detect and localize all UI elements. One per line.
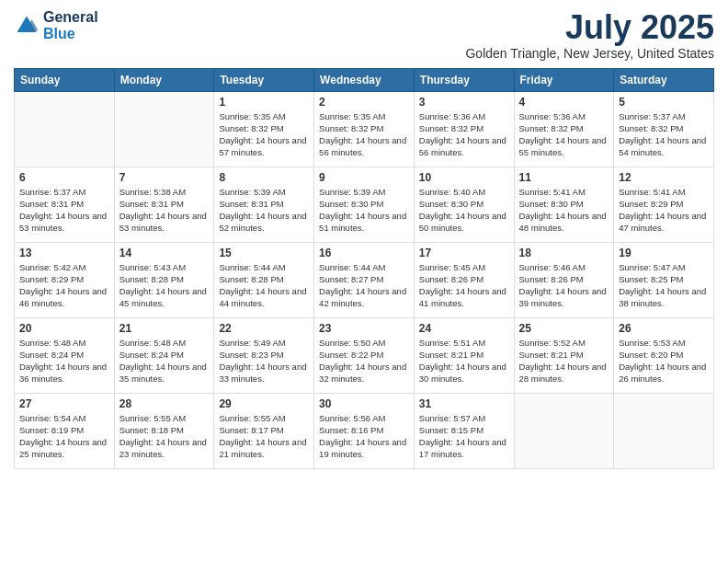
- table-row: 4Sunrise: 5:36 AMSunset: 8:32 PMDaylight…: [514, 91, 614, 167]
- day-number: 13: [19, 247, 109, 259]
- col-wednesday: Wednesday: [314, 68, 415, 91]
- day-info: Sunrise: 5:35 AMSunset: 8:32 PMDaylight:…: [319, 110, 409, 159]
- day-number: 22: [219, 322, 309, 335]
- table-row: [514, 393, 614, 468]
- day-info: Sunrise: 5:38 AMSunset: 8:31 PMDaylight:…: [119, 186, 210, 235]
- table-row: [114, 91, 214, 167]
- day-number: 31: [419, 397, 509, 410]
- table-row: 22Sunrise: 5:49 AMSunset: 8:23 PMDayligh…: [214, 317, 314, 393]
- table-row: 9Sunrise: 5:39 AMSunset: 8:30 PMDaylight…: [314, 167, 415, 242]
- table-row: 8Sunrise: 5:39 AMSunset: 8:31 PMDaylight…: [214, 167, 314, 242]
- table-row: 29Sunrise: 5:55 AMSunset: 8:17 PMDayligh…: [214, 393, 314, 468]
- day-number: 28: [119, 397, 210, 410]
- day-number: 14: [119, 247, 210, 259]
- day-number: 29: [219, 397, 309, 410]
- table-row: 25Sunrise: 5:52 AMSunset: 8:21 PMDayligh…: [514, 317, 614, 393]
- day-number: 30: [319, 397, 409, 410]
- day-info: Sunrise: 5:46 AMSunset: 8:26 PMDaylight:…: [519, 261, 609, 310]
- col-tuesday: Tuesday: [214, 68, 314, 91]
- table-row: 24Sunrise: 5:51 AMSunset: 8:21 PMDayligh…: [414, 317, 514, 393]
- calendar-week-5: 27Sunrise: 5:54 AMSunset: 8:19 PMDayligh…: [15, 393, 714, 468]
- day-number: 7: [119, 171, 210, 184]
- day-info: Sunrise: 5:49 AMSunset: 8:23 PMDaylight:…: [219, 337, 309, 385]
- table-row: 20Sunrise: 5:48 AMSunset: 8:24 PMDayligh…: [15, 317, 115, 393]
- col-monday: Monday: [114, 68, 214, 91]
- day-number: 1: [219, 96, 309, 109]
- table-row: 15Sunrise: 5:44 AMSunset: 8:28 PMDayligh…: [214, 242, 314, 317]
- calendar-week-1: 1Sunrise: 5:35 AMSunset: 8:32 PMDaylight…: [15, 91, 714, 167]
- day-number: 23: [319, 322, 409, 335]
- table-row: 17Sunrise: 5:45 AMSunset: 8:26 PMDayligh…: [414, 242, 514, 317]
- day-number: 12: [619, 171, 709, 184]
- table-row: 6Sunrise: 5:37 AMSunset: 8:31 PMDaylight…: [15, 167, 115, 242]
- day-info: Sunrise: 5:37 AMSunset: 8:32 PMDaylight:…: [619, 110, 709, 159]
- day-number: 5: [619, 96, 709, 109]
- day-number: 15: [219, 247, 309, 259]
- col-friday: Friday: [514, 68, 614, 91]
- day-info: Sunrise: 5:41 AMSunset: 8:29 PMDaylight:…: [619, 186, 709, 235]
- day-number: 11: [519, 171, 609, 184]
- day-number: 21: [119, 322, 210, 335]
- day-info: Sunrise: 5:55 AMSunset: 8:17 PMDaylight:…: [219, 412, 309, 461]
- logo-general-text: General: [43, 9, 98, 26]
- day-number: 4: [519, 96, 609, 109]
- table-row: 3Sunrise: 5:36 AMSunset: 8:32 PMDaylight…: [414, 91, 514, 167]
- table-row: 28Sunrise: 5:55 AMSunset: 8:18 PMDayligh…: [114, 393, 214, 468]
- calendar-table: Sunday Monday Tuesday Wednesday Thursday…: [14, 68, 714, 469]
- day-number: 26: [619, 322, 709, 335]
- table-row: 16Sunrise: 5:44 AMSunset: 8:27 PMDayligh…: [314, 242, 415, 317]
- day-number: 9: [319, 171, 409, 184]
- header: General Blue July 2025 Golden Triangle, …: [14, 9, 714, 61]
- day-info: Sunrise: 5:48 AMSunset: 8:24 PMDaylight:…: [19, 337, 109, 385]
- day-info: Sunrise: 5:44 AMSunset: 8:27 PMDaylight:…: [319, 261, 409, 310]
- table-row: 10Sunrise: 5:40 AMSunset: 8:30 PMDayligh…: [414, 167, 514, 242]
- day-info: Sunrise: 5:36 AMSunset: 8:32 PMDaylight:…: [419, 110, 509, 159]
- day-info: Sunrise: 5:45 AMSunset: 8:26 PMDaylight:…: [419, 261, 509, 310]
- day-info: Sunrise: 5:37 AMSunset: 8:31 PMDaylight:…: [19, 186, 109, 235]
- table-row: [15, 91, 115, 167]
- day-info: Sunrise: 5:54 AMSunset: 8:19 PMDaylight:…: [19, 412, 109, 461]
- table-row: 2Sunrise: 5:35 AMSunset: 8:32 PMDaylight…: [314, 91, 415, 167]
- day-number: 18: [519, 247, 609, 259]
- day-number: 6: [19, 171, 109, 184]
- day-number: 10: [419, 171, 509, 184]
- table-row: 11Sunrise: 5:41 AMSunset: 8:30 PMDayligh…: [514, 167, 614, 242]
- table-row: [614, 393, 714, 468]
- day-number: 3: [419, 96, 509, 109]
- table-row: 13Sunrise: 5:42 AMSunset: 8:29 PMDayligh…: [15, 242, 115, 317]
- logo-text: General Blue: [43, 9, 98, 41]
- table-row: 26Sunrise: 5:53 AMSunset: 8:20 PMDayligh…: [614, 317, 714, 393]
- title-section: July 2025 Golden Triangle, New Jersey, U…: [465, 9, 714, 61]
- calendar-week-4: 20Sunrise: 5:48 AMSunset: 8:24 PMDayligh…: [15, 317, 714, 393]
- day-number: 19: [619, 247, 709, 259]
- table-row: 7Sunrise: 5:38 AMSunset: 8:31 PMDaylight…: [114, 167, 214, 242]
- day-info: Sunrise: 5:57 AMSunset: 8:15 PMDaylight:…: [419, 412, 509, 461]
- table-row: 12Sunrise: 5:41 AMSunset: 8:29 PMDayligh…: [614, 167, 714, 242]
- day-info: Sunrise: 5:44 AMSunset: 8:28 PMDaylight:…: [219, 261, 309, 310]
- col-thursday: Thursday: [414, 68, 514, 91]
- day-number: 25: [519, 322, 609, 335]
- day-info: Sunrise: 5:41 AMSunset: 8:30 PMDaylight:…: [519, 186, 609, 235]
- calendar-header-row: Sunday Monday Tuesday Wednesday Thursday…: [15, 68, 714, 91]
- month-title: July 2025: [465, 9, 714, 46]
- day-info: Sunrise: 5:48 AMSunset: 8:24 PMDaylight:…: [119, 337, 210, 385]
- day-info: Sunrise: 5:42 AMSunset: 8:29 PMDaylight:…: [19, 261, 109, 310]
- logo-blue-text: Blue: [43, 26, 98, 42]
- table-row: 19Sunrise: 5:47 AMSunset: 8:25 PMDayligh…: [614, 242, 714, 317]
- day-info: Sunrise: 5:53 AMSunset: 8:20 PMDaylight:…: [619, 337, 709, 385]
- day-info: Sunrise: 5:50 AMSunset: 8:22 PMDaylight:…: [319, 337, 409, 385]
- table-row: 30Sunrise: 5:56 AMSunset: 8:16 PMDayligh…: [314, 393, 415, 468]
- table-row: 1Sunrise: 5:35 AMSunset: 8:32 PMDaylight…: [214, 91, 314, 167]
- day-info: Sunrise: 5:51 AMSunset: 8:21 PMDaylight:…: [419, 337, 509, 385]
- col-sunday: Sunday: [15, 68, 115, 91]
- day-info: Sunrise: 5:47 AMSunset: 8:25 PMDaylight:…: [619, 261, 709, 310]
- day-number: 2: [319, 96, 409, 109]
- logo-icon: [14, 13, 40, 39]
- day-info: Sunrise: 5:40 AMSunset: 8:30 PMDaylight:…: [419, 186, 509, 235]
- table-row: 31Sunrise: 5:57 AMSunset: 8:15 PMDayligh…: [414, 393, 514, 468]
- day-info: Sunrise: 5:52 AMSunset: 8:21 PMDaylight:…: [519, 337, 609, 385]
- table-row: 21Sunrise: 5:48 AMSunset: 8:24 PMDayligh…: [114, 317, 214, 393]
- logo: General Blue: [14, 9, 98, 41]
- col-saturday: Saturday: [614, 68, 714, 91]
- day-info: Sunrise: 5:39 AMSunset: 8:30 PMDaylight:…: [319, 186, 409, 235]
